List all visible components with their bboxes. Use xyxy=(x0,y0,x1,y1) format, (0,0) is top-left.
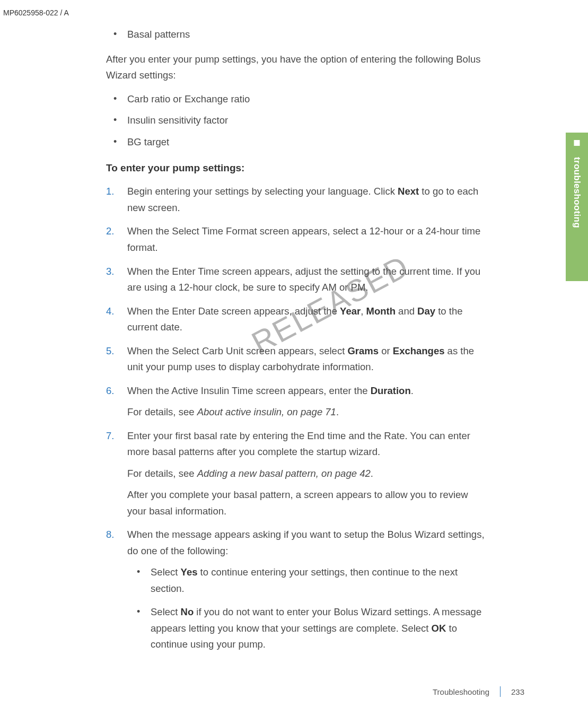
text-run: or xyxy=(379,345,393,356)
step-text: When the message appears asking if you w… xyxy=(127,527,488,559)
subheading: To enter your pump settings: xyxy=(106,160,488,176)
text-run: When the Active Insulin Time screen appe… xyxy=(127,385,371,396)
text-run: . xyxy=(336,406,339,417)
side-tab-marker-icon xyxy=(574,140,580,146)
step-number: 4. xyxy=(106,303,120,320)
step-number: 2. xyxy=(106,223,120,240)
list-item-text: Carb ratio or Exchange ratio xyxy=(127,93,250,104)
text-run: Select xyxy=(151,566,181,578)
bold-term: Month xyxy=(366,305,395,317)
list-item-text: Insulin sensitivity factor xyxy=(127,115,228,126)
list-item: Select Yes to continue entering your set… xyxy=(127,564,488,597)
text-run: and xyxy=(396,305,417,317)
page-footer: Troubleshooting 233 xyxy=(433,686,524,697)
step-item: 2. When the Select Time Format screen ap… xyxy=(106,223,488,256)
list-item-text: Basal patterns xyxy=(127,29,190,40)
document-id: MP6025958-022 / A xyxy=(3,8,69,17)
footer-page-number: 233 xyxy=(511,687,524,696)
list-item: Basal patterns xyxy=(106,27,488,43)
italic-ref: About active insulin, on page 71 xyxy=(197,406,336,417)
bold-term: Grams xyxy=(347,345,379,356)
step-item: 5. When the Select Carb Unit screen appe… xyxy=(106,343,488,376)
step-text: When the Enter Time screen appears, adju… xyxy=(127,264,488,296)
step-text: For details, see About active insulin, o… xyxy=(127,404,488,421)
numbered-steps: 1. Begin entering your settings by selec… xyxy=(106,184,488,652)
bold-term: Day xyxy=(417,305,435,317)
step-text: Begin entering your settings by selectin… xyxy=(127,184,488,216)
step-number: 6. xyxy=(106,383,120,399)
bold-term: OK xyxy=(432,623,446,634)
sub-bullet-list: Select Yes to continue entering your set… xyxy=(127,564,488,653)
footer-divider xyxy=(500,686,501,697)
step-item: 6. When the Active Insulin Time screen a… xyxy=(106,383,488,421)
text-run: For details, see xyxy=(127,468,197,479)
step-item: 8. When the message appears asking if yo… xyxy=(106,527,488,653)
bullet-list-top: Basal patterns xyxy=(106,27,488,43)
italic-ref: Adding a new basal pattern, on page 42 xyxy=(197,468,371,479)
step-number: 3. xyxy=(106,264,120,280)
bold-term: No xyxy=(181,606,194,617)
list-item: Select No if you do not want to enter yo… xyxy=(127,604,488,653)
bold-term: Yes xyxy=(181,566,198,578)
step-number: 5. xyxy=(106,343,120,360)
page-content: Basal patterns After you enter your pump… xyxy=(106,27,488,661)
bold-term: Exchanges xyxy=(393,345,445,356)
step-item: 7. Enter your first basal rate by enteri… xyxy=(106,428,488,520)
step-text: For details, see Adding a new basal patt… xyxy=(127,466,488,482)
bold-term: Year xyxy=(340,305,361,317)
step-item: 1. Begin entering your settings by selec… xyxy=(106,184,488,216)
text-run: , xyxy=(361,305,366,317)
bold-term: Duration xyxy=(371,385,411,396)
step-text: After you complete your basal pattern, a… xyxy=(127,487,488,519)
text-run: When the Select Carb Unit screen appears… xyxy=(127,345,347,356)
step-item: 4. When the Enter Date screen appears, a… xyxy=(106,303,488,336)
text-run: . xyxy=(411,385,414,396)
list-item-text: BG target xyxy=(127,136,169,147)
text-run: For details, see xyxy=(127,406,197,417)
step-text: When the Enter Date screen appears, adju… xyxy=(127,303,488,336)
text-run: Select xyxy=(151,606,181,617)
step-number: 1. xyxy=(106,184,120,200)
list-item: Insulin sensitivity factor xyxy=(106,112,488,129)
side-tab: troubleshooting xyxy=(566,133,588,281)
text-run: Begin entering your settings by selectin… xyxy=(127,186,398,197)
step-text: When the Select Time Format screen appea… xyxy=(127,223,488,256)
text-run: When the Enter Date screen appears, adju… xyxy=(127,305,340,317)
step-item: 3. When the Enter Time screen appears, a… xyxy=(106,264,488,296)
step-text: Enter your first basal rate by entering … xyxy=(127,428,488,460)
footer-section: Troubleshooting xyxy=(433,687,489,696)
step-number: 8. xyxy=(106,527,120,543)
text-run: . xyxy=(371,468,373,479)
bold-term: Next xyxy=(398,186,419,197)
bullet-list-mid: Carb ratio or Exchange ratio Insulin sen… xyxy=(106,91,488,151)
list-item: BG target xyxy=(106,134,488,151)
step-number: 7. xyxy=(106,428,120,444)
list-item: Carb ratio or Exchange ratio xyxy=(106,91,488,108)
step-text: When the Active Insulin Time screen appe… xyxy=(127,383,488,399)
paragraph: After you enter your pump settings, you … xyxy=(106,51,488,84)
side-tab-label: troubleshooting xyxy=(572,157,582,228)
step-text: When the Select Carb Unit screen appears… xyxy=(127,343,488,376)
